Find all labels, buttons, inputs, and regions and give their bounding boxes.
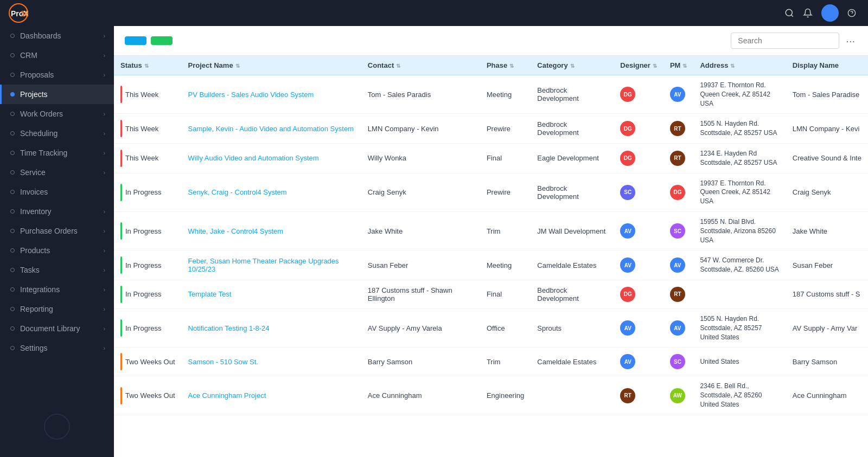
pm-avatar: RT xyxy=(670,121,685,136)
sidebar-item-crm[interactable]: CRM› xyxy=(0,46,114,65)
project-link[interactable]: Sample, Kevin - Audio Video and Automati… xyxy=(188,125,354,133)
sidebar-dot-invoices xyxy=(10,190,15,194)
table-row[interactable]: This WeekWilly Audio Video and Automatio… xyxy=(114,143,868,173)
table-row[interactable]: Two Weeks OutSamson - 510 Sow St.Barry S… xyxy=(114,347,868,376)
status-bar xyxy=(120,353,122,370)
cell-display-name: 187 Customs stuff - S xyxy=(786,280,868,308)
sidebar-item-reporting[interactable]: Reporting› xyxy=(0,299,114,319)
col-header-designer[interactable]: Designer⇅ xyxy=(614,56,663,75)
sidebar-chevron-purchase-orders: › xyxy=(104,228,105,234)
cell-display-name: LMN Company - Kevi xyxy=(786,114,868,144)
sidebar-item-time-tracking[interactable]: Time Tracking› xyxy=(0,143,114,163)
search-icon-btn[interactable] xyxy=(784,8,794,18)
cell-category: Cameldale Estates xyxy=(531,347,614,376)
sidebar-item-service[interactable]: Service› xyxy=(0,163,114,182)
status-bar xyxy=(120,86,122,103)
status-label: In Progress xyxy=(125,188,161,196)
pm-avatar: AV xyxy=(670,320,685,336)
project-link[interactable]: Template Test xyxy=(188,290,232,298)
cell-contact: Tom - Sales Paradis xyxy=(361,75,480,114)
pm-avatar: SC xyxy=(670,354,685,369)
sidebar-item-proposals[interactable]: Proposals› xyxy=(0,65,114,85)
project-link[interactable]: Senyk, Craig - Control4 System xyxy=(188,188,287,196)
sidebar-label-inventory: Inventory xyxy=(20,207,52,216)
sidebar-dot-proposals xyxy=(10,73,15,77)
cell-project-name: Template Test xyxy=(182,280,361,308)
col-header-pm[interactable]: PM⇅ xyxy=(663,56,694,75)
project-link[interactable]: Feber, Susan Home Theater Package Upgrad… xyxy=(188,257,339,273)
project-link[interactable]: Samson - 510 Sow St. xyxy=(188,358,258,366)
pm-avatar: AW xyxy=(670,388,685,403)
svg-text:360: 360 xyxy=(21,9,28,18)
cell-category: Bedbrock Development xyxy=(531,280,614,308)
status-button[interactable] xyxy=(125,36,146,45)
sidebar-item-invoices[interactable]: Invoices xyxy=(0,182,114,202)
cell-phase: Trim xyxy=(480,347,531,376)
status-label: This Week xyxy=(125,154,158,162)
cell-pm: AW xyxy=(663,376,694,415)
more-options-btn[interactable]: ··· xyxy=(844,35,857,47)
sidebar-item-dashboards[interactable]: Dashboards› xyxy=(0,26,114,46)
cell-address: 1234 E. Hayden Rd Scottsdale, AZ 85257 U… xyxy=(693,143,786,173)
table-row[interactable]: In ProgressWhite, Jake - Control4 System… xyxy=(114,211,868,250)
status-label: Two Weeks Out xyxy=(125,391,175,400)
sidebar-item-projects[interactable]: Projects xyxy=(0,85,114,104)
notifications-btn[interactable] xyxy=(803,8,813,18)
sidebar-item-document-library[interactable]: Document Library› xyxy=(0,319,114,338)
user-avatar-btn[interactable] xyxy=(821,4,839,22)
status-bar xyxy=(120,222,122,240)
cell-project-name: Ace Cunningham Project xyxy=(182,376,361,415)
project-link[interactable]: Ace Cunningham Project xyxy=(188,391,266,400)
project-link[interactable]: PV Builders - Sales Audio Video System xyxy=(188,91,314,99)
col-header-project_name[interactable]: Project Name⇅ xyxy=(182,56,361,75)
sidebar-item-work-orders[interactable]: Work Orders› xyxy=(0,104,114,124)
col-header-phase[interactable]: Phase⇅ xyxy=(480,56,531,75)
help-icon xyxy=(847,9,856,17)
main-layout: Dashboards›CRM›Proposals›ProjectsWork Or… xyxy=(0,26,868,457)
cell-designer: DG xyxy=(614,143,663,173)
cell-project-name: White, Jake - Control4 System xyxy=(182,211,361,250)
categories-button[interactable] xyxy=(151,36,173,45)
cell-address: 19937 E. Thornton Rd. Queen Creek, AZ 85… xyxy=(693,75,786,114)
col-header-contact[interactable]: Contact⇅ xyxy=(361,56,480,75)
projects-table-container: Status⇅Project Name⇅Contact⇅Phase⇅Catego… xyxy=(114,56,868,457)
sidebar-item-inventory[interactable]: Inventory› xyxy=(0,202,114,221)
table-row[interactable]: In ProgressNotification Testing 1-8-24AV… xyxy=(114,308,868,347)
cell-designer: SC xyxy=(614,173,663,211)
col-header-status[interactable]: Status⇅ xyxy=(114,56,182,75)
sidebar-item-products[interactable]: Products› xyxy=(0,241,114,260)
sidebar-item-purchase-orders[interactable]: Purchase Orders› xyxy=(0,221,114,241)
sidebar-dot-reporting xyxy=(10,307,15,311)
sidebar-bottom-logo xyxy=(0,405,114,448)
designer-avatar: DG xyxy=(620,151,635,166)
sidebar-item-settings[interactable]: Settings› xyxy=(0,338,114,358)
project-link[interactable]: White, Jake - Control4 System xyxy=(188,227,284,235)
sidebar-item-scheduling[interactable]: Scheduling› xyxy=(0,124,114,143)
svg-point-3 xyxy=(786,9,792,16)
support-btn[interactable] xyxy=(847,9,859,17)
table-row[interactable]: In ProgressFeber, Susan Home Theater Pac… xyxy=(114,250,868,280)
table-row[interactable]: This WeekSample, Kevin - Audio Video and… xyxy=(114,114,868,144)
cell-phase: Final xyxy=(480,280,531,308)
sidebar-chevron-service: › xyxy=(104,170,105,176)
sidebar-chevron-document-library: › xyxy=(104,326,105,332)
sort-icon-status: ⇅ xyxy=(144,63,149,69)
cell-pm: SC xyxy=(663,211,694,250)
sidebar-item-tasks[interactable]: Tasks› xyxy=(0,260,114,280)
table-row[interactable]: Two Weeks OutAce Cunningham ProjectAce C… xyxy=(114,376,868,415)
search-input[interactable] xyxy=(731,33,839,49)
table-row[interactable]: In ProgressSenyk, Craig - Control4 Syste… xyxy=(114,173,868,211)
sidebar-item-integrations[interactable]: Integrations› xyxy=(0,280,114,299)
sidebar-label-reporting: Reporting xyxy=(20,305,53,313)
project-link[interactable]: Willy Audio Video and Automation System xyxy=(188,154,319,162)
sidebar-label-scheduling: Scheduling xyxy=(20,129,58,138)
cell-phase: Trim xyxy=(480,211,531,250)
table-row[interactable]: In ProgressTemplate Test187 Customs stuf… xyxy=(114,280,868,308)
table-row[interactable]: This WeekPV Builders - Sales Audio Video… xyxy=(114,75,868,114)
col-header-address[interactable]: Address⇅ xyxy=(693,56,786,75)
col-header-category[interactable]: Category⇅ xyxy=(531,56,614,75)
cell-phase: Office xyxy=(480,308,531,347)
sidebar-label-products: Products xyxy=(20,246,50,255)
pm-avatar: RT xyxy=(670,287,685,302)
project-link[interactable]: Notification Testing 1-8-24 xyxy=(188,324,270,332)
